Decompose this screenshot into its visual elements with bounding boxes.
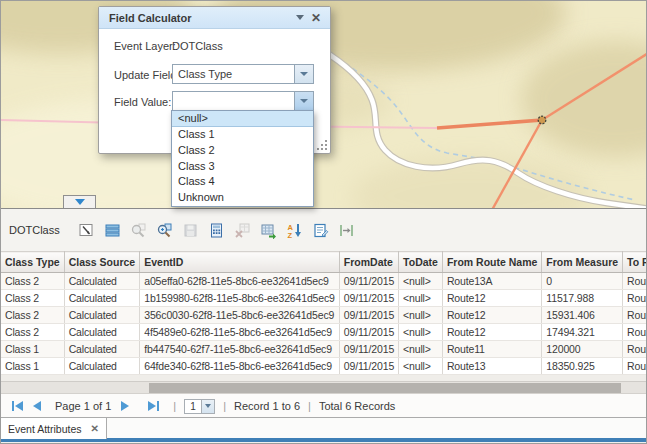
table-cell[interactable]: 15931.406 bbox=[542, 307, 623, 324]
field-value-label: Field Value: bbox=[114, 96, 171, 108]
table-cell[interactable]: 09/11/2015 bbox=[339, 290, 398, 307]
table-cell[interactable]: fb447540-62f7-11e5-8bc6-ee32641d5ec9 bbox=[140, 341, 340, 358]
table-cell[interactable]: Route13 bbox=[623, 324, 647, 341]
table-cell[interactable]: <null> bbox=[399, 324, 443, 341]
table-row[interactable]: Class 2Calculateda05effa0-62f8-11e5-8bc6… bbox=[1, 273, 647, 290]
table-cell[interactable]: Class 2 bbox=[1, 273, 64, 290]
svg-text:Z: Z bbox=[288, 230, 293, 239]
table-cell[interactable]: 1b159980-62f8-11e5-8bc6-ee32641d5ec9 bbox=[140, 290, 340, 307]
tab-event-attributes[interactable]: Event Attributes ✕ bbox=[1, 418, 107, 439]
column-header-from-route-name[interactable]: From Route Name bbox=[442, 252, 541, 273]
table-cell[interactable]: Route12 bbox=[623, 341, 647, 358]
table-cell[interactable]: Route11 bbox=[442, 341, 541, 358]
table-row[interactable]: Class 2Calculated356c0030-62f8-11e5-8bc6… bbox=[1, 307, 647, 324]
update-field-dropdown-button[interactable] bbox=[294, 65, 313, 83]
dropdown-option[interactable]: Unknown bbox=[172, 190, 313, 206]
table-cell[interactable]: Route12 bbox=[623, 307, 647, 324]
table-cell[interactable]: 11517.988 bbox=[542, 290, 623, 307]
table-cell[interactable]: 09/11/2015 bbox=[339, 341, 398, 358]
table-cell[interactable]: Calculated bbox=[64, 341, 140, 358]
column-header-fromdate[interactable]: FromDate bbox=[339, 252, 398, 273]
page-number-input[interactable]: 1 bbox=[184, 399, 202, 414]
field-calculator-icon[interactable] bbox=[206, 219, 228, 241]
dialog-resize-grip[interactable] bbox=[317, 140, 327, 150]
table-cell[interactable]: Calculated bbox=[64, 290, 140, 307]
table-cell[interactable]: 09/11/2015 bbox=[339, 324, 398, 341]
table-cell[interactable]: Class 2 bbox=[1, 324, 64, 341]
table-cell[interactable]: Class 1 bbox=[1, 341, 64, 358]
table-cell[interactable]: 09/11/2015 bbox=[339, 307, 398, 324]
table-cell[interactable]: 0 bbox=[542, 273, 623, 290]
table-row[interactable]: Class 2Calculated1b159980-62f8-11e5-8bc6… bbox=[1, 290, 647, 307]
column-header-class-source[interactable]: Class Source bbox=[64, 252, 140, 273]
column-header-todate[interactable]: ToDate bbox=[399, 252, 443, 273]
dropdown-option[interactable]: <null> bbox=[172, 111, 313, 127]
zoom-to-data-extent-icon[interactable] bbox=[154, 219, 176, 241]
append-records-icon[interactable] bbox=[258, 219, 280, 241]
table-cell[interactable]: Route12 bbox=[442, 307, 541, 324]
table-cell[interactable]: Route13 bbox=[442, 358, 541, 375]
next-page-button[interactable] bbox=[117, 398, 133, 414]
table-cell[interactable]: 64fde340-62f8-11e5-8bc6-ee32641d5ec9 bbox=[140, 358, 340, 375]
table-cell[interactable]: Route13A bbox=[442, 273, 541, 290]
table-cell[interactable]: <null> bbox=[399, 290, 443, 307]
table-cell[interactable]: Route12 bbox=[442, 290, 541, 307]
column-header-to-route-name[interactable]: To Route Name bbox=[623, 252, 647, 273]
column-header-from-measure[interactable]: From Measure bbox=[542, 252, 623, 273]
table-cell[interactable]: Route12 bbox=[442, 324, 541, 341]
sort-icon[interactable]: AZ bbox=[284, 219, 306, 241]
table-cell[interactable]: <null> bbox=[399, 358, 443, 375]
table-row[interactable]: Class 1Calculated64fde340-62f8-11e5-8bc6… bbox=[1, 358, 647, 375]
table-cell[interactable]: Route13A bbox=[623, 273, 647, 290]
last-page-button[interactable] bbox=[145, 398, 161, 414]
table-row[interactable]: Class 1Calculatedfb447540-62f7-11e5-8bc6… bbox=[1, 341, 647, 358]
table-cell[interactable]: Calculated bbox=[64, 273, 140, 290]
table-cell[interactable]: Calculated bbox=[64, 358, 140, 375]
table-cell[interactable]: 356c0030-62f8-11e5-8bc6-ee32641d5ec9 bbox=[140, 307, 340, 324]
column-header-eventid[interactable]: EventID bbox=[140, 252, 340, 273]
route-junction-marker bbox=[538, 116, 546, 124]
dialog-title-bar[interactable]: Field Calculator ✕ bbox=[99, 7, 330, 29]
attribute-view-icon[interactable] bbox=[310, 219, 332, 241]
table-cell[interactable]: Class 2 bbox=[1, 290, 64, 307]
field-value-select[interactable] bbox=[172, 91, 314, 111]
field-value-dropdown-button[interactable] bbox=[294, 92, 313, 110]
tab-close-icon[interactable]: ✕ bbox=[91, 423, 99, 434]
table-cell[interactable]: 18350.925 bbox=[542, 358, 623, 375]
dialog-menu-button[interactable] bbox=[292, 10, 308, 26]
table-cell[interactable]: 120000 bbox=[542, 341, 623, 358]
table-cell[interactable]: <null> bbox=[399, 273, 443, 290]
table-cell[interactable]: Calculated bbox=[64, 324, 140, 341]
dropdown-option[interactable]: Class 2 bbox=[172, 143, 313, 159]
previous-page-button[interactable] bbox=[29, 398, 45, 414]
dropdown-option[interactable]: Class 3 bbox=[172, 159, 313, 175]
table-cell[interactable]: 09/11/2015 bbox=[339, 358, 398, 375]
page-number-dropdown-button[interactable] bbox=[202, 399, 215, 414]
dialog-close-button[interactable]: ✕ bbox=[308, 10, 324, 26]
table-cell[interactable]: Class 2 bbox=[1, 307, 64, 324]
select-features-icon[interactable] bbox=[76, 219, 98, 241]
fit-column-width-icon[interactable] bbox=[336, 219, 358, 241]
horizontal-scrollbar[interactable] bbox=[1, 381, 647, 393]
table-cell[interactable]: <null> bbox=[399, 307, 443, 324]
total-records-label: Total 6 Records bbox=[319, 400, 395, 412]
table-row[interactable]: Class 2Calculated4f5489e0-62f8-11e5-8bc6… bbox=[1, 324, 647, 341]
table-cell[interactable]: Route13 bbox=[623, 358, 647, 375]
table-cell[interactable]: 17494.321 bbox=[542, 324, 623, 341]
update-field-select[interactable]: Class Type bbox=[172, 64, 314, 84]
first-page-button[interactable] bbox=[9, 398, 25, 414]
show-selected-records-icon[interactable] bbox=[102, 219, 124, 241]
dropdown-option[interactable]: Class 1 bbox=[172, 127, 313, 143]
table-cell[interactable]: Class 1 bbox=[1, 358, 64, 375]
table-cell[interactable]: 09/11/2015 bbox=[339, 273, 398, 290]
table-cell[interactable]: a05effa0-62f8-11e5-8bc6-ee32641d5ec9 bbox=[140, 273, 340, 290]
dropdown-option[interactable]: Class 4 bbox=[172, 174, 313, 190]
table-cell[interactable]: Route12 bbox=[623, 290, 647, 307]
collapse-table-panel-button[interactable] bbox=[63, 195, 96, 208]
table-cell[interactable]: Calculated bbox=[64, 307, 140, 324]
table-cell[interactable]: <null> bbox=[399, 341, 443, 358]
column-header-class-type[interactable]: Class Type bbox=[1, 252, 64, 273]
separator: | bbox=[308, 400, 311, 412]
table-cell[interactable]: 4f5489e0-62f8-11e5-8bc6-ee32641d5ec9 bbox=[140, 324, 340, 341]
scrollbar-thumb[interactable] bbox=[149, 383, 621, 393]
